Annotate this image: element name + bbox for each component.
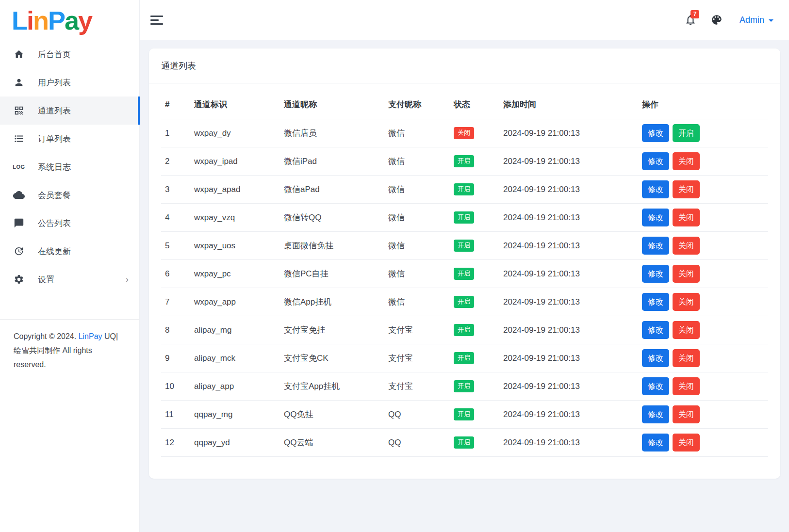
edit-button[interactable]: 修改: [642, 237, 669, 255]
actions-cell: 修改关闭: [638, 260, 768, 288]
channel-code: wxpay_ipad: [190, 147, 280, 176]
channel-code: alipay_app: [190, 372, 280, 401]
actions-cell: 修改关闭: [638, 429, 768, 457]
disable-button[interactable]: 关闭: [673, 349, 700, 367]
sidebar-item-label: 订单列表: [38, 133, 71, 145]
actions-cell: 修改关闭: [638, 316, 768, 344]
theme-button[interactable]: [710, 14, 723, 26]
disable-button[interactable]: 关闭: [673, 434, 700, 451]
pay-nickname: 支付宝: [384, 316, 450, 344]
actions-cell: 修改关闭: [638, 372, 768, 401]
actions-cell: 修改开启: [638, 119, 768, 147]
edit-button[interactable]: 修改: [642, 152, 669, 170]
page-content: 通道列表 #通道标识通道昵称支付昵称状态添加时间操作 1wxpay_dy微信店员…: [140, 40, 789, 532]
edit-button[interactable]: 修改: [642, 265, 669, 283]
sidebar-item-label: 通道列表: [38, 105, 71, 116]
edit-button[interactable]: 修改: [642, 405, 669, 423]
row-index: 7: [161, 288, 190, 316]
edit-button[interactable]: 修改: [642, 209, 669, 226]
copyright-text: Copyright © 2024. LinPay UQ|绘雪共同制作 All r…: [0, 320, 139, 381]
pay-nickname: 微信: [384, 232, 450, 260]
status-badge: 开启: [454, 240, 474, 251]
row-index: 4: [161, 204, 190, 232]
channel-code: wxpay_app: [190, 288, 280, 316]
edit-button[interactable]: 修改: [642, 321, 669, 339]
table-row: 2wxpay_ipad微信iPad微信开启2024-09-19 21:00:13…: [161, 147, 768, 176]
channel-code: wxpay_pc: [190, 260, 280, 288]
brand-letter: y: [78, 5, 92, 35]
sidebar-item-home[interactable]: 后台首页: [0, 40, 139, 68]
topbar-right: 7 Admin: [684, 14, 773, 26]
brand-logo[interactable]: LinPay: [0, 0, 139, 40]
channel-code: qqpay_yd: [190, 429, 280, 457]
cloud-icon: [13, 189, 25, 201]
disable-button[interactable]: 关闭: [673, 321, 700, 339]
added-time: 2024-09-19 21:00:13: [499, 232, 638, 260]
sidebar-item-update[interactable]: 在线更新: [0, 237, 139, 265]
added-time: 2024-09-19 21:00:13: [499, 316, 638, 344]
sidebar-toggle-icon[interactable]: [150, 13, 163, 27]
column-header: 添加时间: [499, 93, 638, 119]
table-row: 5wxpay_uos桌面微信免挂微信开启2024-09-19 21:00:13修…: [161, 232, 768, 260]
status-cell: 开启: [450, 232, 499, 260]
actions-cell: 修改关闭: [638, 147, 768, 176]
row-index: 12: [161, 429, 190, 457]
edit-button[interactable]: 修改: [642, 124, 669, 142]
edit-button[interactable]: 修改: [642, 349, 669, 367]
channel-code: wxpay_vzq: [190, 204, 280, 232]
disable-button[interactable]: 关闭: [673, 209, 700, 226]
edit-button[interactable]: 修改: [642, 434, 669, 451]
row-index: 6: [161, 260, 190, 288]
chevron-right-icon: ›: [126, 275, 129, 284]
table-row: 12qqpay_ydQQ云端QQ开启2024-09-19 21:00:13修改关…: [161, 429, 768, 457]
row-index: 1: [161, 119, 190, 147]
disable-button[interactable]: 关闭: [673, 180, 700, 198]
status-cell: 开启: [450, 204, 499, 232]
row-index: 2: [161, 147, 190, 176]
user-menu[interactable]: Admin: [740, 15, 773, 25]
sidebar-item-syslog[interactable]: LOG系统日志: [0, 153, 139, 181]
sidebar-item-settings[interactable]: 设置›: [0, 265, 139, 293]
sidebar-item-channels[interactable]: 通道列表: [0, 97, 139, 125]
disable-button[interactable]: 关闭: [673, 237, 700, 255]
notifications-button[interactable]: 7: [684, 14, 697, 26]
status-badge: 开启: [454, 155, 474, 167]
brand-letter: n: [33, 5, 48, 35]
pay-nickname: 微信: [384, 260, 450, 288]
sidebar-item-orders[interactable]: 订单列表: [0, 125, 139, 153]
disable-button[interactable]: 关闭: [673, 293, 700, 311]
disable-button[interactable]: 关闭: [673, 405, 700, 423]
sidebar-item-notices[interactable]: 公告列表: [0, 209, 139, 237]
palette-icon: [710, 14, 723, 26]
disable-button[interactable]: 关闭: [673, 152, 700, 170]
added-time: 2024-09-19 21:00:13: [499, 344, 638, 372]
pay-nickname: QQ: [384, 429, 450, 457]
sidebar-nav: 后台首页用户列表通道列表订单列表LOG系统日志会员套餐公告列表在线更新设置›: [0, 40, 139, 293]
pay-nickname: 微信: [384, 204, 450, 232]
added-time: 2024-09-19 21:00:13: [499, 372, 638, 401]
card-title: 通道列表: [149, 48, 780, 83]
app-root: LinPay 后台首页用户列表通道列表订单列表LOG系统日志会员套餐公告列表在线…: [0, 0, 789, 532]
actions-cell: 修改关闭: [638, 401, 768, 429]
copyright-brand-link[interactable]: LinPay: [79, 332, 102, 340]
added-time: 2024-09-19 21:00:13: [499, 429, 638, 457]
status-cell: 开启: [450, 316, 499, 344]
row-index: 8: [161, 316, 190, 344]
disable-button[interactable]: 关闭: [673, 265, 700, 283]
table-row: 7wxpay_app微信App挂机微信开启2024-09-19 21:00:13…: [161, 288, 768, 316]
edit-button[interactable]: 修改: [642, 377, 669, 395]
channel-nickname: QQ云端: [280, 429, 384, 457]
channel-code: qqpay_mg: [190, 401, 280, 429]
status-badge: 开启: [454, 183, 474, 195]
sidebar-item-label: 设置: [38, 274, 54, 285]
sidebar-item-users[interactable]: 用户列表: [0, 68, 139, 97]
enable-button[interactable]: 开启: [673, 124, 700, 142]
edit-button[interactable]: 修改: [642, 293, 669, 311]
edit-button[interactable]: 修改: [642, 180, 669, 198]
table-row: 11qqpay_mgQQ免挂QQ开启2024-09-19 21:00:13修改关…: [161, 401, 768, 429]
added-time: 2024-09-19 21:00:13: [499, 288, 638, 316]
sidebar-item-packages[interactable]: 会员套餐: [0, 181, 139, 209]
channel-code: alipay_mg: [190, 316, 280, 344]
disable-button[interactable]: 关闭: [673, 377, 700, 395]
sidebar-item-label: 公告列表: [38, 218, 71, 229]
